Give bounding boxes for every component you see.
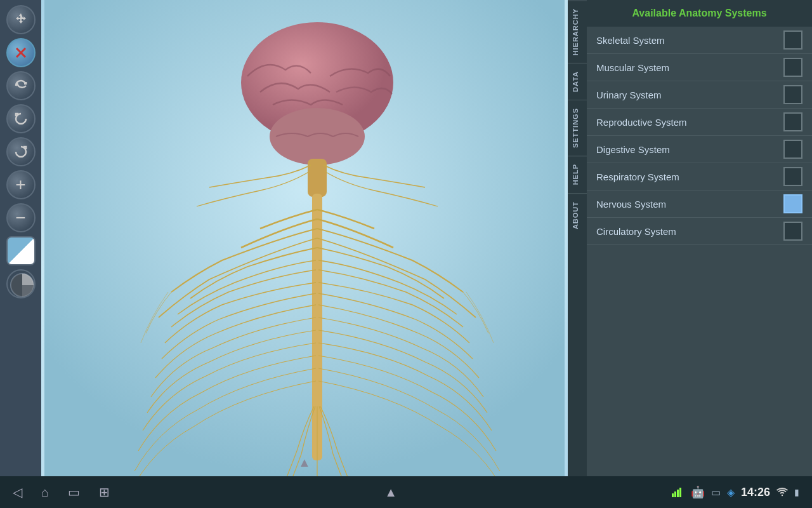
svg-point-5 [270,108,365,165]
zoom-out-button[interactable]: − [6,203,36,232]
android-icon: 🤖 [691,485,705,499]
status-right: 🤖 ▭ ◈ 14:26 ▮ [672,485,799,499]
system-item-reproductive[interactable]: Reproductive System [587,109,812,136]
system-label-skeletal: Skeletal System [596,35,665,46]
wifi-icon [776,488,788,497]
tab-settings[interactable]: SETTINGS [568,100,587,156]
status-time: 14:26 [741,486,770,499]
system-label-digestive: Digestive System [596,144,670,155]
redo-button[interactable] [6,137,36,166]
systems-panel-title: Available Anatomy Systems [632,8,766,18]
system-item-circulatory[interactable]: Circulatory System [587,218,812,245]
systems-panel: Available Anatomy Systems Skeletal Syste… [587,0,812,476]
system-item-digestive[interactable]: Digestive System [587,136,812,163]
system-checkbox-nervous[interactable] [783,194,802,213]
tab-help[interactable]: HELP [568,156,587,192]
system-item-respiratory[interactable]: Respiratory System [587,163,812,190]
scan-button[interactable]: ⊞ [99,485,110,500]
svg-rect-10 [677,490,679,497]
svg-rect-6 [308,159,327,197]
center-nav-button[interactable]: ▲ [292,449,317,476]
pie-chart-button[interactable] [6,269,36,298]
back-button[interactable]: ◁ [13,485,22,500]
system-label-nervous: Nervous System [596,199,666,210]
right-panel: HIERARCHY DATA SETTINGS HELP ABOUT Avail… [568,0,812,476]
left-toolbar: + − [0,0,41,476]
nav-icons: ◁ ⌂ ▭ ⊞ [13,485,110,500]
system-checkbox-digestive[interactable] [783,140,802,159]
system-item-urinary[interactable]: Urinary System [587,81,812,109]
system-checkbox-respiratory[interactable] [783,167,802,186]
svg-rect-9 [674,491,676,497]
vertical-tabs: HIERARCHY DATA SETTINGS HELP ABOUT [568,0,587,476]
system-label-circulatory: Circulatory System [596,226,676,237]
system-checkbox-circulatory[interactable] [783,222,802,241]
systems-header: Available Anatomy Systems [587,0,812,27]
close-button[interactable] [6,38,36,67]
wifi-signal-icon [672,487,684,497]
recents-button[interactable]: ▭ [68,485,80,500]
system-checkbox-muscular[interactable] [783,58,802,77]
system-item-muscular[interactable]: Muscular System [587,54,812,81]
status-bar: ◁ ⌂ ▭ ⊞ ▲ 🤖 ▭ ◈ 14:26 ▮ [0,476,812,508]
dropbox-icon: ◈ [727,486,735,498]
color-swatch[interactable] [6,236,36,265]
tab-data[interactable]: DATA [568,63,587,100]
system-label-respiratory: Respiratory System [596,171,679,182]
home-button[interactable]: ⌂ [41,485,49,500]
system-checkbox-urinary[interactable] [783,85,802,104]
up-arrow-button[interactable]: ▲ [384,485,397,500]
refresh-button[interactable] [6,71,36,100]
svg-rect-8 [672,493,674,497]
zoom-in-button[interactable]: + [6,170,36,199]
battery-level-icon: ▮ [794,487,799,497]
anatomy-viewport[interactable]: ▲ [41,0,568,476]
svg-rect-11 [679,488,681,497]
system-item-nervous[interactable]: Nervous System [587,190,812,218]
system-item-skeletal[interactable]: Skeletal System [587,27,812,54]
system-label-urinary: Urinary System [596,90,662,100]
main-area: + − [0,0,812,476]
system-checkbox-skeletal[interactable] [783,30,802,50]
systems-list: Skeletal SystemMuscular SystemUrinary Sy… [587,27,812,245]
tab-about[interactable]: ABOUT [568,193,587,237]
system-checkbox-reproductive[interactable] [783,112,802,131]
system-label-reproductive: Reproductive System [596,117,687,128]
system-label-muscular: Muscular System [596,62,669,73]
undo-button[interactable] [6,104,36,133]
move-tool-button[interactable] [6,5,36,34]
battery-icon: ▭ [711,486,721,498]
tab-hierarchy[interactable]: HIERARCHY [568,0,587,63]
